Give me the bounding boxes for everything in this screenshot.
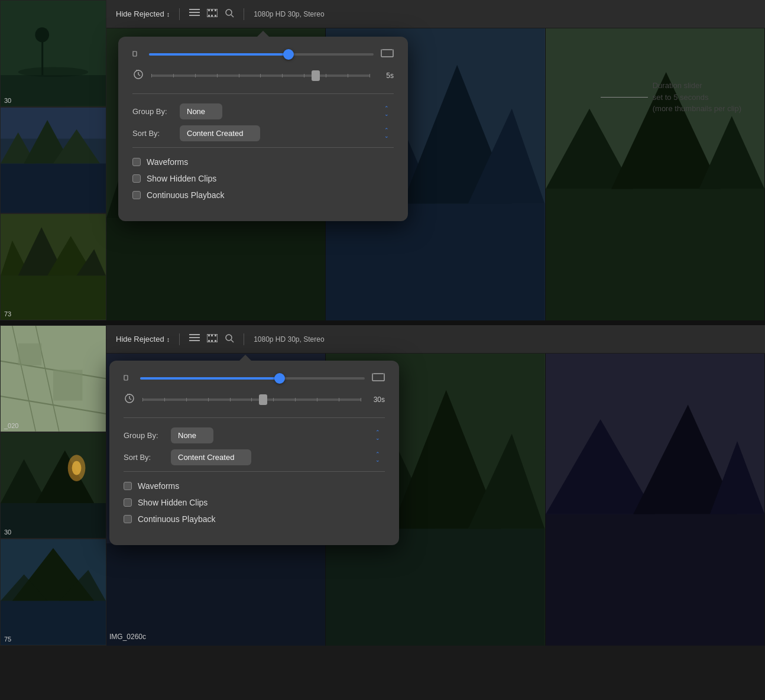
duration-track-bottom[interactable] [142, 398, 361, 401]
group-by-label-top: Group By: [132, 107, 180, 116]
filmstrip-icon-bottom[interactable] [207, 334, 218, 344]
continuous-playback-row-bottom: Continuous Playback [124, 514, 385, 524]
sort-by-select-wrapper-top[interactable]: Content Created [180, 125, 394, 141]
svg-rect-3 [41, 38, 43, 75]
svg-rect-6 [1, 163, 106, 213]
waveforms-checkbox-bottom[interactable] [124, 482, 132, 490]
show-hidden-row-bottom: Show Hidden Clips [124, 498, 385, 507]
group-by-select-top[interactable]: None [180, 103, 222, 119]
thumb-label-bottom-3: 75 [4, 636, 11, 643]
svg-rect-26 [215, 15, 216, 17]
thumb-large-icon-bottom [372, 372, 385, 384]
svg-rect-75 [208, 335, 210, 336]
top-toolbar: Hide Rejected ↕ [106, 0, 765, 28]
toolbar-divider-2 [244, 8, 244, 20]
group-by-row-bottom: Group By: None [124, 427, 385, 443]
continuous-playback-label-bottom: Continuous Playback [138, 514, 216, 524]
clock-icon-bottom [124, 394, 135, 406]
search-icon-bottom[interactable] [225, 333, 234, 345]
sort-by-row-top: Sort By: Content Created [132, 125, 394, 141]
left-thumb-strip: 30 73 [0, 0, 106, 320]
svg-rect-105 [383, 373, 385, 374]
checkbox-section-top: Waveforms Show Hidden Clips Continuous P… [132, 157, 394, 200]
sort-by-select-top[interactable]: Content Created [180, 125, 260, 141]
group-by-select-wrapper-top[interactable]: None [180, 103, 394, 119]
show-hidden-label-bottom: Show Hidden Clips [138, 498, 208, 507]
sort-by-row-bottom: Sort By: Content Created [124, 449, 385, 465]
duration-knob-bottom[interactable] [259, 394, 267, 405]
svg-rect-23 [215, 9, 216, 11]
waveforms-checkbox-top[interactable] [132, 158, 141, 166]
svg-point-65 [72, 461, 82, 475]
search-icon[interactable] [225, 8, 234, 20]
thumb-size-track-bottom[interactable] [140, 377, 365, 380]
duration-knob-top[interactable] [312, 70, 320, 81]
svg-rect-47 [381, 50, 393, 57]
checkbox-section-bottom: Waveforms Show Hidden Clips Continuous P… [124, 481, 385, 524]
toolbar-divider-1 [179, 8, 180, 20]
thumb-label-2: 73 [4, 310, 11, 317]
group-by-row-top: Group By: None [132, 103, 394, 119]
group-by-select-wrapper-bottom[interactable]: None [171, 427, 385, 443]
svg-rect-67 [1, 601, 106, 645]
continuous-playback-label-top: Continuous Playback [147, 190, 225, 200]
list-view-icon[interactable] [189, 9, 200, 19]
duration-value-top: 5s [377, 72, 394, 80]
svg-rect-103 [372, 374, 384, 381]
show-hidden-row-top: Show Hidden Clips [132, 174, 394, 183]
group-by-select-bottom[interactable]: None [171, 427, 213, 443]
thumb-size-knob[interactable] [283, 49, 294, 60]
thumb-size-knob-bottom[interactable] [274, 373, 285, 384]
resolution-info-bottom: 1080p HD 30p, Stereo [254, 335, 324, 343]
thumb-map: _020 [0, 325, 106, 432]
toolbar-divider-bottom-2 [244, 333, 244, 345]
filter-label-bottom[interactable]: Hide Rejected ↕ [116, 335, 170, 343]
thumb-1: 30 [0, 0, 106, 107]
show-hidden-checkbox-top[interactable] [132, 174, 141, 183]
sort-by-select-wrapper-bottom[interactable]: Content Created [171, 449, 385, 465]
svg-rect-12 [1, 276, 106, 320]
popup-divider-top-2 [132, 147, 394, 148]
tick-marks-bottom [142, 398, 361, 401]
show-hidden-label-top: Show Hidden Clips [147, 174, 216, 183]
sort-by-label-top: Sort By: [132, 129, 180, 138]
thumb-3: 73 [0, 213, 106, 320]
svg-rect-30 [106, 218, 325, 320]
annotation-top: Duration slider set to 5 seconds (more t… [601, 80, 741, 115]
thumb-size-fill-bottom [140, 377, 280, 380]
svg-rect-94 [326, 529, 544, 646]
svg-rect-80 [215, 340, 216, 342]
svg-rect-17 [189, 9, 200, 10]
annotation-text-top: Duration slider set to 5 seconds (more t… [653, 80, 741, 115]
svg-rect-21 [208, 9, 210, 11]
thumb-label-map: _020 [4, 422, 18, 429]
show-hidden-checkbox-bottom[interactable] [124, 498, 132, 507]
svg-point-81 [226, 335, 232, 341]
sort-by-select-bottom[interactable]: Content Created [171, 449, 251, 465]
duration-slider-row-top: 5s [132, 70, 394, 82]
svg-line-108 [129, 398, 131, 400]
svg-rect-72 [189, 337, 200, 338]
svg-point-27 [226, 9, 232, 15]
waveforms-label-top: Waveforms [147, 157, 188, 167]
thumb-size-track[interactable] [149, 53, 374, 56]
clip-bot-3 [546, 354, 765, 646]
svg-rect-84 [106, 543, 325, 646]
list-view-icon-bottom[interactable] [189, 334, 200, 344]
svg-rect-101 [124, 375, 125, 375]
tick-marks-top [151, 74, 370, 77]
bottom-toolbar: Hide Rejected ↕ [106, 325, 765, 354]
svg-rect-46 [135, 51, 137, 51]
svg-rect-48 [381, 49, 382, 50]
svg-rect-19 [189, 15, 200, 16]
thumb-label-1: 30 [4, 97, 11, 104]
filter-label[interactable]: Hide Rejected ↕ [116, 9, 170, 18]
continuous-playback-checkbox-top[interactable] [132, 191, 141, 199]
popup-divider-bottom-1 [124, 417, 385, 418]
filmstrip-icon[interactable] [207, 9, 218, 19]
svg-rect-1 [1, 75, 106, 106]
duration-track-top[interactable] [151, 74, 370, 77]
svg-rect-73 [189, 340, 200, 341]
left-thumb-strip-bottom: _020 30 75 [0, 325, 106, 646]
continuous-playback-checkbox-bottom[interactable] [124, 515, 132, 523]
